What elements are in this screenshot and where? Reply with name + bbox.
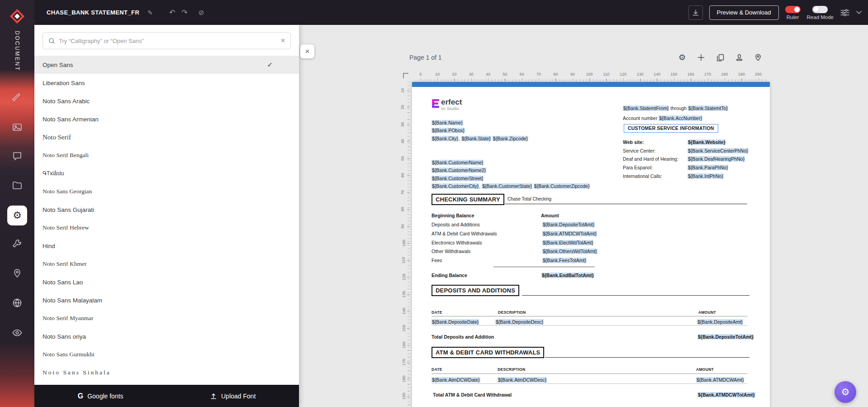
horizontal-ruler[interactable]: 0102030405060708090100110120130140150160… xyxy=(411,72,768,81)
font-search-input[interactable] xyxy=(59,38,277,44)
google-fonts-button[interactable]: G Google fonts xyxy=(78,392,123,400)
ruler-tick: 130 xyxy=(631,72,648,81)
tools-wrench-icon[interactable] xyxy=(12,239,23,249)
ruler-toggle-label: Ruler xyxy=(787,14,799,20)
map-pin-icon[interactable] xyxy=(753,52,764,63)
ruler-origin-corner[interactable] xyxy=(400,70,412,81)
merge-field-token[interactable]: ${Bank.AtmDCWDesc} xyxy=(498,377,547,383)
images-icon[interactable] xyxy=(12,122,23,133)
location-pin-icon[interactable] xyxy=(12,268,23,279)
merge-field-token[interactable]: ${Bank.DepositeDesc} xyxy=(495,319,544,325)
app-logo[interactable] xyxy=(10,9,24,24)
merge-field-token[interactable]: ${Bank.AtmDCWDate} xyxy=(432,377,480,383)
ruler-tick: 120 xyxy=(400,269,411,286)
customer-service-title[interactable]: CUSTOMER SERVICE INFORMATION xyxy=(624,124,718,133)
merge-field-token[interactable]: ${Bank.CustomerName} xyxy=(432,160,484,165)
rename-icon[interactable]: ✎ xyxy=(147,10,153,16)
undo-icon[interactable]: ↶ xyxy=(169,9,175,16)
ruler-tick: 160 xyxy=(400,337,411,354)
ruler-tick: 10 xyxy=(400,82,411,99)
font-option[interactable]: Open Sans ✓ xyxy=(34,56,299,74)
merge-field-token[interactable]: ${Bank.CustomerCity} xyxy=(432,183,479,189)
merge-field-token[interactable]: ${Bank.Zipcode} xyxy=(493,136,528,141)
merge-field-token[interactable]: ${Bank.ATMDCWTotAmt} xyxy=(697,392,755,397)
page-header-highlight[interactable] xyxy=(412,82,770,87)
merge-field-token[interactable]: ${Bank.DepositeAmt} xyxy=(697,319,743,325)
close-panel-button[interactable]: × xyxy=(300,44,314,58)
stamp-icon[interactable] xyxy=(734,52,745,63)
chevron-down-icon[interactable] xyxy=(856,11,862,14)
merge-field-token[interactable]: ${Bank.CustomerState} xyxy=(482,183,532,189)
service-row: Service Center: ${Bank.ServiceCenterPhNo… xyxy=(623,148,749,157)
document-page[interactable]: erfect oc Studio ${Bank.Name} ${Bank.POb… xyxy=(412,82,770,407)
merge-field-token[interactable]: ${Bank.Name} xyxy=(432,120,463,125)
font-option[interactable]: Noto Sans Arabic ✓ xyxy=(34,92,299,110)
merge-field-token[interactable]: ${Bank.OthersWdTotAmt} xyxy=(542,249,598,254)
divider xyxy=(505,204,747,204)
merge-field-token[interactable]: ${Bank.ElectWdTotAmt} xyxy=(542,240,593,245)
font-option[interactable]: Noto Sans oriya ✓ xyxy=(34,327,299,345)
merge-field-token[interactable]: ${Bank.Website} xyxy=(688,139,726,145)
merge-field-token[interactable]: ${Bank.CustomerStreet} xyxy=(432,176,484,181)
redo-icon[interactable]: ↷ xyxy=(181,9,187,16)
font-option[interactable]: Noto Sans Malayalam ✓ xyxy=(34,291,299,309)
clear-search-icon[interactable]: × xyxy=(281,37,285,44)
merge-field-token[interactable]: ${Bank.FeesTotAmt} xyxy=(542,258,587,263)
merge-field-token[interactable]: ${Bank.DepositeTotAmt} xyxy=(697,334,754,340)
vertical-ruler[interactable]: 1020304050607080901001101201301401501601… xyxy=(400,82,411,405)
merge-field-token[interactable]: ${Bank.City} xyxy=(432,136,459,141)
merge-field-token[interactable]: ${Bank.CustomerName2} xyxy=(432,168,486,173)
merge-field-token[interactable]: ${Bank.AccNumber} xyxy=(659,115,702,121)
preview-download-button[interactable]: Preview & Download xyxy=(709,5,779,20)
duplicate-page-icon[interactable] xyxy=(715,52,726,63)
merge-field-token[interactable]: ${Bank.EndBalTotAmt} xyxy=(541,273,594,278)
merge-field-token[interactable]: ${Bank.StatemtFrom} xyxy=(623,105,669,111)
merge-field-token[interactable]: ${Bank.ATMDCWAmt} xyxy=(696,377,744,383)
font-option[interactable]: Noto Sans Lao ✓ xyxy=(34,273,299,291)
read-mode-toggle[interactable] xyxy=(812,6,828,13)
upload-font-button[interactable]: Upload Font xyxy=(210,393,256,400)
comments-icon[interactable] xyxy=(12,151,23,162)
font-option[interactable]: Noto Sans Sinhala ✓ xyxy=(34,364,299,382)
font-option[interactable]: Noto Serif Bengali ✓ xyxy=(34,146,299,164)
font-option[interactable]: ԳTxiåstu ✓ xyxy=(34,164,299,182)
disabled-icon[interactable]: ⊘ xyxy=(199,9,204,16)
font-option[interactable]: Noto Serif Myanmar ✓ xyxy=(34,309,299,327)
atm-section-title[interactable]: ATM & DEBIT CARD WITHDRAWALS xyxy=(432,347,544,358)
font-option[interactable]: Noto Serif ✓ xyxy=(34,128,299,146)
folder-icon[interactable] xyxy=(12,180,23,191)
page-settings-gear-icon[interactable]: ⚙ xyxy=(677,52,688,63)
merge-field-token[interactable]: ${Bank.ATMDCWTotAmt} xyxy=(542,231,597,236)
font-option[interactable]: Noto Sans Gujarati ✓ xyxy=(34,201,299,219)
settings-nav-active[interactable]: ⚙ xyxy=(7,206,27,225)
deposits-section-title[interactable]: DEPOSITS AND ADDITIONS xyxy=(432,285,519,296)
font-option[interactable]: Noto Sans Gurmukhi ✓ xyxy=(34,345,299,364)
font-option[interactable]: Liberation Sans ✓ xyxy=(34,74,299,92)
font-option[interactable]: Hind ✓ xyxy=(34,237,299,255)
font-option[interactable]: Noto Serif Khmer ✓ xyxy=(34,255,299,273)
merge-field-token[interactable]: ${Bank.DepositeDate} xyxy=(432,319,479,325)
merge-field-token[interactable]: ${Bank.CustomerZipcode} xyxy=(534,183,590,189)
globe-icon[interactable] xyxy=(12,297,23,308)
ruler-toggle[interactable] xyxy=(785,6,801,13)
settings-sliders-icon[interactable] xyxy=(840,9,850,17)
merge-field-token[interactable]: ${Bank.IntPhNo} xyxy=(688,173,724,179)
merge-field-token[interactable]: ${Bank.State} xyxy=(461,136,491,141)
download-button[interactable] xyxy=(688,5,703,20)
merge-field-token[interactable]: ${Bank.StatemtTo} xyxy=(688,105,728,111)
font-option[interactable]: Noto Sans Georgian ✓ xyxy=(34,182,299,201)
checking-summary-title[interactable]: CHECKING SUMMARY xyxy=(432,194,504,205)
add-page-icon[interactable] xyxy=(696,52,707,63)
design-brush-icon[interactable] xyxy=(12,91,23,102)
font-option[interactable]: Noto Sans Armenian ✓ xyxy=(34,110,299,128)
merge-field-token[interactable]: ${Bank.DepositeTotAmt} xyxy=(542,222,595,227)
table-header-description: DESCRIPTION xyxy=(498,367,525,372)
assistant-fab[interactable]: ⚙ xyxy=(835,381,856,403)
merge-field-token[interactable]: ${Bank.ParaPhNo} xyxy=(688,165,728,170)
eye-preview-icon[interactable] xyxy=(12,327,23,338)
ending-balance-label: Ending Balance xyxy=(432,273,540,278)
font-option[interactable]: Noto Serif Hebrew ✓ xyxy=(34,219,299,237)
merge-field-token[interactable]: ${Bank.ServiceCenterPhNo} xyxy=(688,148,749,153)
merge-field-token[interactable]: ${Bank.DeafHearingPhNo} xyxy=(688,156,745,162)
merge-field-token[interactable]: ${Bank.PObox} xyxy=(432,128,465,133)
